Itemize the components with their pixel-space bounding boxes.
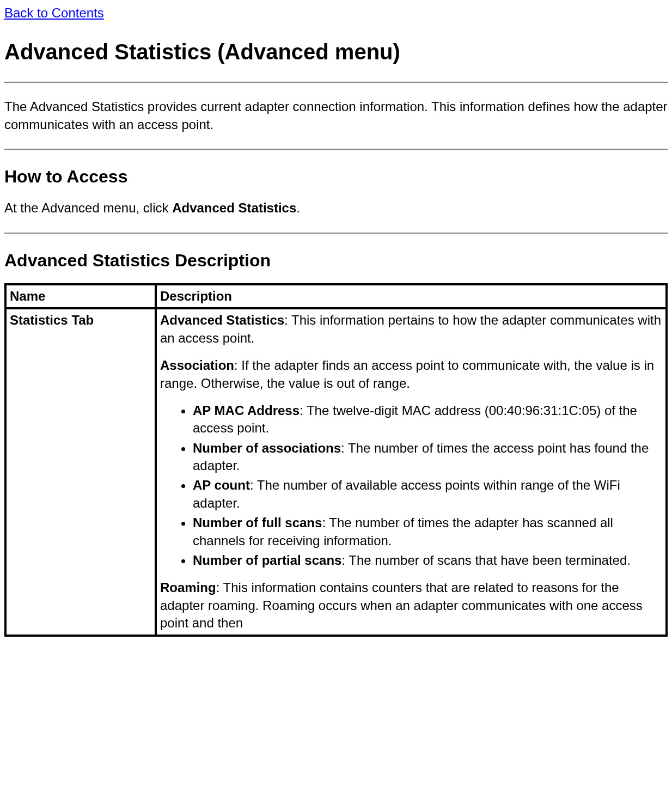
bullet-label: AP count (193, 478, 250, 492)
table-header-row: Name Description (5, 284, 667, 308)
bullet-label: AP MAC Address (193, 403, 300, 418)
divider (4, 149, 668, 150)
column-header-name: Name (5, 284, 156, 308)
divider (4, 233, 668, 234)
list-item: Number of partial scans: The number of s… (193, 552, 662, 569)
how-to-access-text-before: At the Advanced menu, click (4, 200, 172, 215)
association-bullet-list: AP MAC Address: The twelve-digit MAC add… (182, 402, 662, 570)
how-to-access-text-after: . (296, 200, 300, 215)
divider (4, 82, 668, 83)
bullet-label: Number of full scans (193, 515, 322, 530)
table-row: Statistics Tab Advanced Statistics: This… (5, 308, 667, 635)
cell-description-statistics-tab: Advanced Statistics: This information pe… (156, 308, 667, 635)
list-item: AP count: The number of available access… (193, 477, 662, 512)
page-title: Advanced Statistics (Advanced menu) (4, 37, 668, 66)
roaming-text: : This information contains counters tha… (160, 580, 643, 630)
association-text: : If the adapter finds an access point t… (160, 358, 654, 390)
description-table: Name Description Statistics Tab Advanced… (4, 283, 668, 637)
how-to-access-bold: Advanced Statistics (172, 200, 296, 215)
roaming-label: Roaming (160, 580, 216, 595)
column-header-description: Description (156, 284, 667, 308)
bullet-label: Number of associations (193, 441, 341, 455)
bullet-text: : The number of scans that have been ter… (341, 553, 631, 568)
how-to-access-heading: How to Access (4, 165, 668, 188)
intro-paragraph: The Advanced Statistics provides current… (4, 98, 668, 133)
list-item: Number of full scans: The number of time… (193, 514, 662, 550)
adv-stats-label: Advanced Statistics (160, 313, 284, 327)
bullet-text: : The number of available access points … (193, 478, 620, 510)
association-label: Association (160, 358, 234, 373)
list-item: AP MAC Address: The twelve-digit MAC add… (193, 402, 662, 437)
cell-name-statistics-tab: Statistics Tab (5, 308, 156, 635)
list-item: Number of associations: The number of ti… (193, 440, 662, 475)
how-to-access-paragraph: At the Advanced menu, click Advanced Sta… (4, 199, 668, 217)
back-to-contents-link[interactable]: Back to Contents (4, 5, 104, 20)
description-heading: Advanced Statistics Description (4, 249, 668, 272)
bullet-label: Number of partial scans (193, 553, 341, 568)
